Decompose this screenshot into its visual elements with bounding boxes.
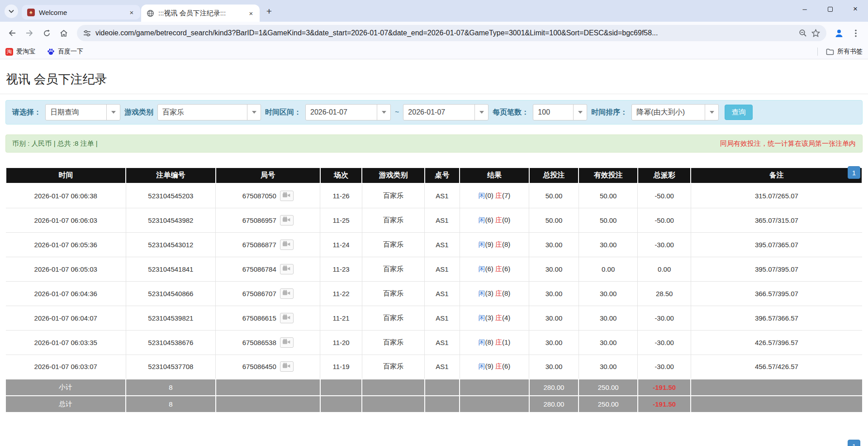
star-icon[interactable] (811, 29, 820, 37)
valid-bet: 30.00 (579, 232, 638, 257)
column-header: 场次 (320, 168, 362, 183)
replay-video-button[interactable] (280, 240, 294, 250)
per-page-select[interactable]: 100 (533, 104, 587, 120)
replay-video-button[interactable] (280, 361, 294, 372)
maximize-icon[interactable] (817, 0, 843, 18)
game-kind: 百家乐 (362, 257, 424, 281)
minimize-icon[interactable]: ─ (792, 0, 817, 18)
bet-number: 523104543982 (126, 208, 216, 232)
divider (0, 94, 868, 94)
session: 11-24 (320, 232, 362, 257)
new-tab-button[interactable]: + (262, 5, 276, 18)
banker-label: 庄 (495, 265, 502, 273)
session: 11-25 (320, 208, 362, 232)
player-label: 闲 (478, 216, 485, 224)
game-kind-label: 游戏类别 (124, 108, 153, 117)
valid-bet-notice: 同局有效投注，统一计算在该局第一张注单内 (720, 139, 856, 148)
round-number: 675086615 (242, 314, 276, 322)
total-cell (425, 396, 460, 412)
replay-video-button[interactable] (280, 191, 294, 201)
video-camera-icon (282, 290, 291, 297)
bet-number: 523104538676 (126, 330, 216, 355)
banker-label: 庄 (495, 216, 502, 224)
url-bar[interactable]: videoie.com/game/betrecord_search/kind3?… (77, 25, 826, 41)
game-kind-select[interactable]: 百家乐 (157, 104, 261, 120)
query-type-select[interactable]: 日期查询 (45, 104, 120, 120)
round-cell: 675086957 (216, 208, 320, 232)
replay-video-button[interactable] (280, 264, 294, 274)
url-text[interactable]: videoie.com/game/betrecord_search/kind3?… (95, 29, 794, 37)
tab-welcome[interactable]: ♠ Welcome × (22, 5, 140, 19)
round-number: 675086707 (242, 290, 276, 297)
session: 11-23 (320, 257, 362, 281)
bet-time: 2026-01-07 06:04:07 (6, 306, 126, 330)
game-kind: 百家乐 (362, 208, 424, 232)
bookmark-baidu[interactable]: 百度一下 (47, 48, 83, 56)
table-row: 2026-01-07 06:06:03523104543982675086957… (6, 208, 862, 232)
total-cell: -191.50 (638, 396, 691, 412)
bet-number: 523104541841 (126, 257, 216, 281)
date-start-select[interactable]: 2026-01-07 (305, 104, 391, 120)
divider (817, 48, 818, 56)
bet-number: 523104540866 (126, 281, 216, 306)
total-cell (216, 379, 320, 396)
remark: 365.07/315.07 (691, 208, 862, 232)
valid-bet: 0.00 (579, 257, 638, 281)
chevron-down-icon (474, 105, 488, 120)
remark: 456.57/426.57 (691, 355, 862, 379)
replay-video-button[interactable] (280, 215, 294, 225)
page-1-button[interactable]: 1 (848, 166, 860, 179)
total-cell (320, 379, 362, 396)
close-icon[interactable]: × (247, 9, 255, 17)
replay-video-button[interactable] (280, 288, 294, 299)
total-bet: 30.00 (529, 306, 579, 330)
tab-betrecord[interactable]: :::视讯 会员下注纪录::: × (141, 5, 260, 22)
player-label: 闲 (478, 240, 485, 248)
column-header: 有效投注 (579, 168, 638, 183)
profile-avatar[interactable] (832, 26, 846, 40)
round-cell: 675086538 (216, 330, 320, 355)
video-camera-icon (282, 216, 291, 224)
round-number: 675086877 (242, 241, 276, 249)
reload-icon[interactable] (39, 25, 54, 41)
bet-time: 2026-01-07 06:06:38 (6, 183, 126, 208)
total-cell: 280.00 (529, 379, 579, 396)
banker-label: 庄 (495, 240, 502, 248)
total-cell (425, 379, 460, 396)
forward-icon[interactable] (22, 25, 37, 41)
bookmark-taobao[interactable]: 淘 爱淘宝 (5, 48, 35, 56)
round-number: 675086538 (242, 339, 276, 346)
result: 闲(6) 庄(6) (460, 257, 529, 281)
date-range-label: 时间区间： (265, 108, 301, 117)
home-icon[interactable] (56, 25, 71, 41)
page-1-button[interactable]: 1 (848, 440, 860, 446)
total-cell: 8 (126, 396, 216, 412)
table-number: AS1 (425, 183, 460, 208)
tab-search-button[interactable] (5, 5, 18, 18)
site-info-icon[interactable] (83, 30, 91, 37)
close-icon[interactable]: × (128, 8, 136, 16)
menu-kebab-icon[interactable] (848, 25, 863, 41)
table-row: 2026-01-07 06:03:07523104537708675086450… (6, 355, 862, 379)
close-window-icon[interactable]: × (843, 0, 868, 18)
replay-video-button[interactable] (280, 313, 294, 323)
bet-record-table: 时间注单编号局号场次游戏类别桌号结果总投注有效投注总派彩备注 2026-01-0… (5, 168, 863, 413)
payout: -30.00 (638, 355, 691, 379)
remark: 366.57/395.07 (691, 281, 862, 306)
payout: -30.00 (638, 232, 691, 257)
zoom-icon[interactable] (799, 29, 807, 37)
sort-select[interactable]: 降幂(由大到小) (631, 104, 719, 120)
date-end-select[interactable]: 2026-01-07 (403, 104, 489, 120)
total-bet: 30.00 (529, 355, 579, 379)
search-button[interactable]: 查询 (725, 105, 753, 120)
back-icon[interactable] (5, 25, 20, 41)
currency-total-text: 币别 : 人民币 | 总共 :8 注单 | (12, 139, 98, 148)
all-bookmarks-button[interactable]: 所有书签 (826, 48, 863, 56)
total-cell (691, 379, 862, 396)
banker-score: (6) (502, 265, 510, 273)
globe-favicon (147, 10, 154, 17)
session: 11-22 (320, 281, 362, 306)
remark: 426.57/396.57 (691, 330, 862, 355)
replay-video-button[interactable] (280, 337, 294, 348)
player-label: 闲 (478, 192, 485, 199)
